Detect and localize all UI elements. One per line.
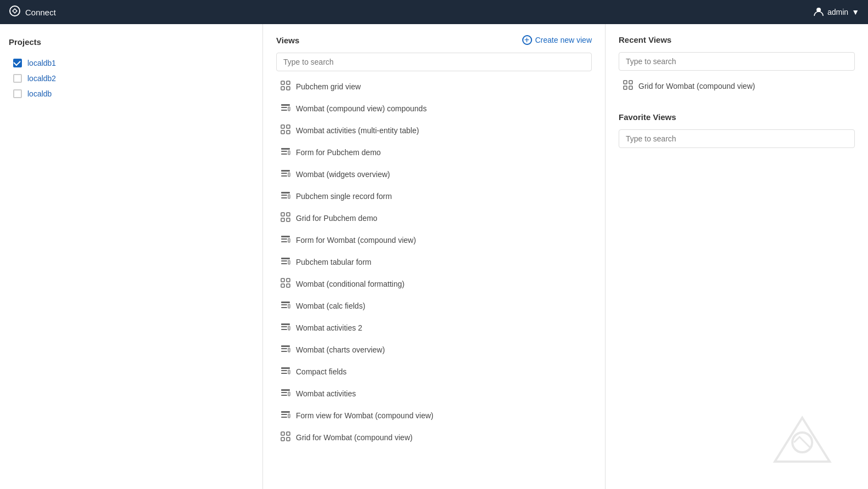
view-list-item[interactable]: Grid for Pubchem demo	[276, 207, 592, 229]
svg-rect-67	[287, 432, 290, 435]
svg-rect-12	[281, 130, 284, 134]
view-name: Wombat activities 2	[296, 323, 362, 332]
svg-rect-22	[281, 192, 290, 194]
svg-rect-71	[629, 81, 632, 84]
svg-rect-16	[281, 153, 287, 155]
view-list-item[interactable]: Wombat (calc fields)	[276, 295, 592, 317]
grid-view-icon	[281, 124, 290, 137]
view-list-item[interactable]: Compact fields	[276, 361, 592, 383]
recent-views-title: Recent Views	[619, 35, 855, 44]
view-name: Form for Wombat (compound view)	[296, 236, 416, 244]
svg-rect-68	[281, 437, 284, 441]
svg-rect-39	[287, 278, 290, 282]
top-navbar: Connect admin ▼	[0, 0, 868, 24]
form-view-icon	[281, 410, 290, 422]
view-name: Pubchem tabular form	[296, 258, 372, 266]
view-name: Grid for Pubchem demo	[296, 214, 378, 223]
projects-title: Projects	[9, 37, 254, 47]
project-checkbox[interactable]	[13, 89, 22, 98]
view-name: Pubchem single record form	[296, 192, 392, 201]
svg-rect-13	[287, 130, 290, 134]
views-header: Views + Create new view	[276, 35, 592, 45]
view-list-item[interactable]: Form for Pubchem demo	[276, 141, 592, 163]
project-checkbox[interactable]	[13, 74, 22, 83]
svg-rect-51	[281, 348, 287, 349]
views-title: Views	[276, 36, 299, 45]
create-new-view-button[interactable]: + Create new view	[522, 35, 592, 45]
svg-rect-3	[287, 81, 290, 84]
svg-rect-46	[281, 323, 290, 325]
project-item[interactable]: localdb	[9, 86, 254, 101]
svg-rect-36	[281, 263, 287, 264]
svg-rect-73	[629, 86, 632, 89]
svg-rect-63	[281, 414, 287, 415]
view-name: Compact fields	[296, 367, 347, 376]
view-name: Pubchem grid view	[296, 82, 361, 91]
view-list-item[interactable]: Form for Wombat (compound view)	[276, 229, 592, 251]
form-view-icon	[281, 322, 290, 334]
view-list-item[interactable]: Pubchem tabular form	[276, 251, 592, 273]
app-title: Connect	[25, 8, 56, 17]
view-list-item[interactable]: Wombat (compound view) compounds	[276, 98, 592, 120]
svg-rect-53	[288, 348, 290, 352]
views-list: Pubchem grid view Wombat (compound view)…	[276, 76, 592, 448]
svg-rect-54	[281, 367, 290, 369]
view-list-item[interactable]: Wombat activities 2	[276, 317, 592, 339]
svg-rect-55	[281, 370, 287, 371]
user-dropdown-icon: ▼	[852, 8, 859, 16]
view-list-item[interactable]: Pubchem grid view	[276, 76, 592, 98]
view-list-item[interactable]: Form view for Wombat (compound view)	[276, 405, 592, 427]
grid-view-icon	[623, 80, 633, 92]
form-view-icon	[281, 146, 290, 158]
user-menu[interactable]: admin ▼	[813, 6, 859, 19]
form-view-icon	[281, 256, 290, 268]
svg-rect-18	[281, 170, 290, 172]
form-view-icon	[281, 103, 290, 115]
view-list-item[interactable]: Grid for Wombat (compound view)	[276, 427, 592, 448]
view-list-item[interactable]: Wombat (conditional formatting)	[276, 273, 592, 295]
svg-rect-72	[624, 86, 627, 89]
form-view-icon	[281, 234, 290, 246]
view-name: Wombat (compound view) compounds	[296, 104, 427, 113]
favorite-views-search-input[interactable]	[619, 129, 855, 148]
svg-rect-44	[281, 307, 287, 308]
view-name: Wombat activities	[296, 389, 356, 398]
svg-rect-64	[281, 417, 287, 418]
right-panel: Recent Views Grid for Wombat (compound v…	[605, 24, 868, 489]
svg-rect-34	[281, 258, 290, 259]
svg-rect-29	[287, 218, 290, 221]
grid-view-icon	[281, 81, 290, 93]
svg-rect-60	[281, 395, 287, 396]
svg-rect-65	[288, 414, 290, 418]
view-name: Form for Pubchem demo	[296, 148, 381, 157]
recent-view-item[interactable]: Grid for Wombat (compound view)	[619, 75, 855, 97]
view-name: Wombat activities (multi-entity table)	[296, 126, 419, 135]
user-label: admin	[827, 8, 848, 16]
grid-view-icon	[281, 278, 290, 290]
recent-views-search-input[interactable]	[619, 52, 855, 71]
views-panel: Views + Create new view Pubchem grid vie…	[263, 24, 605, 489]
svg-rect-49	[288, 326, 290, 330]
project-item[interactable]: localdb1	[9, 55, 254, 71]
svg-rect-11	[287, 125, 290, 128]
svg-rect-14	[281, 148, 290, 150]
view-list-item[interactable]: Wombat activities	[276, 383, 592, 405]
view-list-item[interactable]: Wombat (charts overview)	[276, 339, 592, 361]
svg-rect-57	[288, 370, 290, 374]
project-checkbox[interactable]	[13, 59, 22, 67]
view-name: Form view for Wombat (compound view)	[296, 411, 433, 420]
view-list-item[interactable]: Wombat (widgets overview)	[276, 163, 592, 185]
svg-rect-21	[288, 173, 290, 177]
svg-rect-8	[281, 110, 287, 111]
view-list-item[interactable]: Wombat activities (multi-entity table)	[276, 120, 592, 141]
svg-rect-70	[624, 81, 627, 84]
view-list-item[interactable]: Pubchem single record form	[276, 185, 592, 207]
svg-rect-41	[287, 284, 290, 287]
project-item[interactable]: localdb2	[9, 71, 254, 86]
svg-rect-7	[281, 107, 287, 108]
svg-rect-10	[281, 125, 284, 128]
view-name: Wombat (widgets overview)	[296, 170, 390, 179]
views-search-input[interactable]	[276, 53, 592, 71]
grid-view-icon	[281, 212, 290, 224]
svg-rect-6	[281, 104, 290, 106]
